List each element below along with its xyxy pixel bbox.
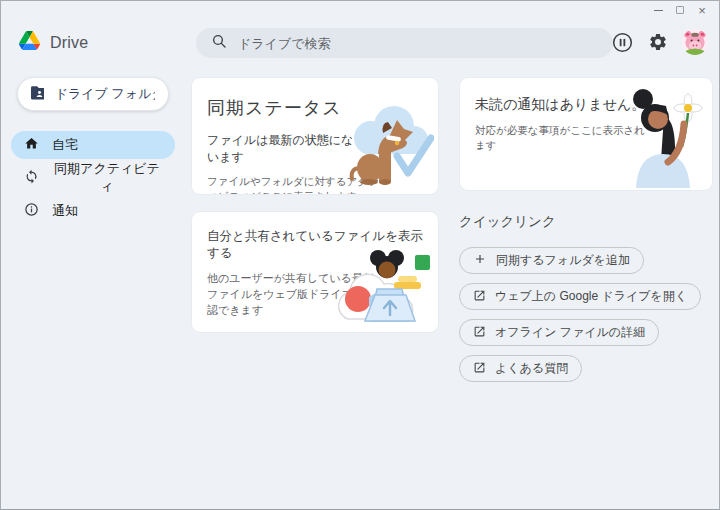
header-actions bbox=[611, 29, 708, 58]
close-icon: × bbox=[698, 4, 706, 17]
sidebar-item-label: 同期アクティビティ bbox=[52, 160, 162, 196]
quick-link-label: ウェブ上の Google ドライブを開く bbox=[495, 288, 687, 305]
offline-files-details-button[interactable]: オフライン ファイルの詳細 bbox=[459, 319, 659, 346]
show-all-button[interactable]: すべて表示 bbox=[207, 332, 306, 333]
home-icon bbox=[24, 136, 39, 154]
quick-links-title: クイックリンク bbox=[459, 213, 713, 231]
quick-link-row: オフライン ファイルの詳細 bbox=[459, 319, 713, 346]
google-drive-logo-icon bbox=[19, 31, 40, 54]
quick-link-label: オフライン ファイルの詳細 bbox=[495, 324, 645, 341]
search-input[interactable] bbox=[238, 36, 598, 51]
quick-link-label: よくある質問 bbox=[495, 360, 568, 377]
minimize-button[interactable] bbox=[647, 2, 669, 18]
sidebar-item-label: 自宅 bbox=[52, 136, 78, 154]
sidebar-item-label: 通知 bbox=[52, 202, 78, 220]
close-button[interactable]: × bbox=[691, 2, 713, 18]
gear-icon bbox=[648, 32, 668, 55]
quick-link-row: ウェブ上の Google ドライブを開く bbox=[459, 283, 713, 310]
sidebar-item-notifications[interactable]: 通知 bbox=[11, 197, 175, 225]
faq-button[interactable]: よくある質問 bbox=[459, 355, 582, 382]
settings-button[interactable] bbox=[648, 32, 668, 55]
shared-folder-illustration bbox=[338, 245, 433, 329]
maximize-button[interactable] bbox=[669, 2, 691, 18]
pause-sync-button[interactable] bbox=[611, 31, 634, 57]
drive-folder-icon bbox=[31, 85, 44, 103]
search-icon bbox=[211, 33, 227, 53]
plus-icon bbox=[473, 252, 487, 269]
quick-link-row: 同期するフォルダを追加 bbox=[459, 247, 713, 274]
quick-link-label: 同期するフォルダを追加 bbox=[496, 252, 630, 269]
maximize-icon bbox=[676, 6, 684, 14]
dog-cloud-check-illustration bbox=[339, 102, 434, 190]
sidebar: ドライブ フォルダを... 自宅 同期アクティビティ bbox=[11, 77, 189, 230]
search-bar[interactable] bbox=[196, 28, 613, 58]
open-drive-web-button[interactable]: ウェブ上の Google ドライブを開く bbox=[459, 283, 701, 310]
quick-link-row: よくある質問 bbox=[459, 355, 713, 382]
sidebar-nav: 自宅 同期アクティビティ 通知 bbox=[11, 131, 189, 225]
add-sync-folder-button[interactable]: 同期するフォルダを追加 bbox=[459, 247, 644, 274]
info-icon bbox=[24, 202, 39, 220]
woman-flower-illustration bbox=[622, 86, 704, 191]
open-in-new-icon bbox=[473, 289, 486, 305]
drive-desktop-window: × Drive bbox=[0, 0, 720, 510]
open-drive-folder-button[interactable]: ドライブ フォルダを... bbox=[17, 77, 169, 111]
sync-icon bbox=[24, 169, 39, 187]
minimize-icon bbox=[654, 10, 663, 11]
open-in-new-icon bbox=[473, 361, 486, 377]
shared-files-card: 自分と共有されているファイルを表示する 他のユーザーが共有している最新ファイルを… bbox=[191, 211, 439, 333]
open-drive-folder-label: ドライブ フォルダを... bbox=[55, 85, 155, 103]
sync-status-card: 同期ステータス ファイルは最新の状態になっています ファイルやフォルダに対するア… bbox=[191, 77, 439, 195]
account-avatar[interactable] bbox=[682, 29, 708, 58]
main-content: 同期ステータス ファイルは最新の状態になっています ファイルやフォルダに対するア… bbox=[191, 77, 713, 497]
sidebar-item-home[interactable]: 自宅 bbox=[11, 131, 175, 159]
pause-icon bbox=[611, 31, 634, 57]
open-in-new-icon bbox=[473, 325, 486, 341]
titlebar: × bbox=[1, 1, 719, 19]
notifications-card: 未読の通知はありません。 対応が必要な事項がここに表示されます bbox=[459, 77, 713, 191]
quick-links-section: クイックリンク 同期するフォルダを追加 ウェブ上の Google ドライブを開く bbox=[459, 213, 713, 391]
avatar-pig-icon bbox=[682, 29, 708, 58]
app-name: Drive bbox=[50, 34, 88, 52]
sidebar-item-sync-activity[interactable]: 同期アクティビティ bbox=[11, 164, 175, 192]
app-logo-row: Drive bbox=[19, 31, 88, 54]
